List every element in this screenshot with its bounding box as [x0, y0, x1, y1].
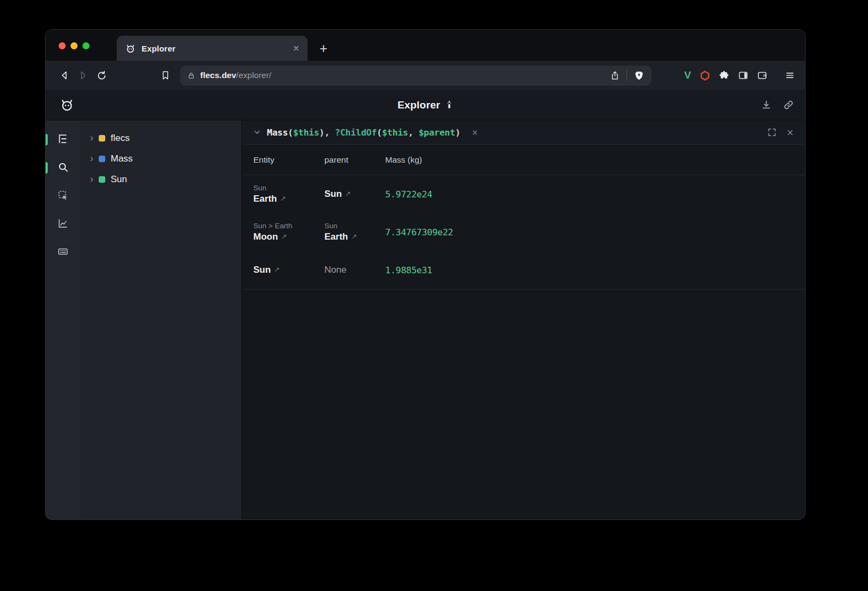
tree-item-label: flecs [111, 133, 130, 144]
tree-item[interactable]: ›Mass [90, 149, 241, 169]
traffic-lights [59, 42, 90, 49]
parent-link[interactable]: Sun↗ [324, 189, 385, 200]
main-content: ›flecs›Mass›Sun Mass($this), ?ChildOf($t… [46, 120, 805, 519]
tree-item-label: Sun [111, 174, 127, 185]
commands-keyboard-icon[interactable] [56, 245, 69, 258]
bookmark-icon[interactable] [156, 66, 175, 85]
query-text[interactable]: Mass($this), ?ChildOf($this, $parent) [267, 127, 461, 138]
chevron-right-icon[interactable]: › [90, 153, 93, 163]
traffic-light[interactable] [82, 42, 90, 49]
close-panel-icon[interactable] [786, 129, 794, 137]
entity-cell: SunEarth↗ [253, 184, 324, 204]
page-title: Explorer [398, 99, 441, 111]
query-clear-icon[interactable] [471, 129, 478, 136]
table-row: Sun > EarthMoon↗SunEarth↗7.34767309e22 [242, 213, 805, 251]
entity-tree-list: ›flecs›Mass›Sun [90, 128, 241, 190]
parent-cell: SunEarth↗ [324, 222, 385, 242]
search-icon[interactable] [56, 160, 69, 174]
parent-cell: Sun↗ [324, 189, 385, 200]
hexagon-extension-icon[interactable] [699, 70, 711, 81]
forward-button[interactable] [74, 66, 92, 85]
table-header: Entity parent Mass (kg) [242, 145, 805, 175]
browser-tab[interactable]: Explorer [117, 36, 308, 61]
back-button[interactable] [55, 66, 74, 85]
entity-link[interactable]: Sun↗ [253, 265, 324, 275]
tab-title: Explorer [142, 44, 286, 53]
traffic-light[interactable] [71, 42, 78, 49]
query-panel: Mass($this), ?ChildOf($this, $parent) En… [241, 120, 805, 519]
table-row: Sun↗None1.9885e31 [242, 251, 805, 289]
tree-item[interactable]: ›Sun [90, 169, 241, 190]
entity-name: None [324, 265, 347, 275]
mass-value: 5.9722e24 [385, 189, 805, 200]
tree-view-icon[interactable] [56, 132, 69, 145]
external-link-icon: ↗ [351, 232, 356, 240]
parent-text: None [324, 265, 385, 275]
tab-bar: Explorer + [46, 30, 805, 61]
browser-menu-icon[interactable] [784, 70, 795, 81]
wallet-icon[interactable] [757, 70, 768, 81]
share-link-icon[interactable] [783, 99, 794, 111]
entity-name: Sun [253, 265, 271, 275]
entity-name: Earth [253, 194, 277, 204]
table-body: SunEarth↗Sun↗5.9722e24Sun > EarthMoon↗Su… [242, 175, 805, 290]
inspect-icon[interactable] [56, 189, 69, 202]
query-token: , [408, 127, 418, 138]
app-header: Explorer [46, 90, 805, 120]
extensions-puzzle-icon[interactable] [719, 70, 730, 81]
query-token: $parent [418, 127, 455, 138]
parent-cell: None [324, 265, 385, 275]
active-panel-indicator [46, 162, 48, 174]
sidebar-toggle-icon[interactable] [738, 70, 749, 81]
flecs-logo-icon[interactable] [60, 98, 74, 112]
chevron-right-icon[interactable]: › [90, 174, 93, 184]
query-token: ) [455, 127, 461, 138]
entity-tree-panel: ›flecs›Mass›Sun [80, 120, 241, 519]
column-header-parent: parent [324, 155, 385, 165]
query-token: ( [288, 127, 293, 138]
brave-shields-icon[interactable] [634, 70, 644, 81]
entity-path: Sun > Earth [253, 222, 324, 230]
new-tab-button[interactable]: + [320, 43, 328, 54]
url-bar-divider [627, 70, 627, 81]
entity-cell: Sun↗ [253, 265, 324, 275]
entity-color-swatch [99, 135, 105, 142]
entity-name: Moon [253, 232, 278, 242]
tab-close-icon[interactable] [292, 44, 300, 52]
entity-color-swatch [99, 176, 105, 183]
sidebar-rail [46, 120, 80, 519]
query-token: Mass [267, 127, 288, 138]
entity-name: Sun [324, 189, 342, 200]
entity-name: Earth [324, 232, 348, 242]
column-header-entity: Entity [253, 155, 324, 165]
chevron-right-icon[interactable]: › [90, 133, 93, 143]
external-link-icon: ↗ [281, 232, 286, 240]
entity-link[interactable]: Earth↗ [253, 194, 324, 204]
extensions-cluster: V [684, 69, 795, 81]
table-row: SunEarth↗Sun↗5.9722e24 [242, 175, 805, 213]
entity-path: Sun [253, 184, 324, 192]
stats-chart-icon[interactable] [56, 217, 69, 230]
tree-item[interactable]: ›flecs [90, 128, 241, 149]
navigation-bar: flecs.dev/explorer/ V [46, 61, 805, 90]
reload-button[interactable] [92, 66, 111, 85]
query-token: ( [376, 127, 382, 138]
mass-value: 7.34767309e22 [385, 227, 805, 237]
traffic-light[interactable] [59, 42, 66, 49]
external-link-icon: ↗ [274, 265, 279, 273]
entity-path: Sun [324, 222, 385, 230]
url-bar[interactable]: flecs.dev/explorer/ [180, 66, 652, 86]
remote-connection-icon [445, 100, 453, 110]
query-bar: Mass($this), ?ChildOf($this, $parent) [242, 120, 805, 145]
download-icon[interactable] [761, 99, 772, 111]
share-icon[interactable] [610, 70, 620, 81]
query-token: $this [293, 127, 319, 138]
url-domain: flecs.dev [200, 70, 236, 80]
query-token: ?ChildOf [335, 127, 376, 138]
vue-devtools-icon[interactable]: V [684, 69, 691, 81]
fullscreen-icon[interactable] [767, 127, 777, 137]
entity-link[interactable]: Moon↗ [253, 232, 324, 242]
parent-link[interactable]: Earth↗ [324, 232, 385, 242]
external-link-icon: ↗ [280, 194, 285, 202]
chevron-down-icon[interactable] [253, 128, 261, 137]
